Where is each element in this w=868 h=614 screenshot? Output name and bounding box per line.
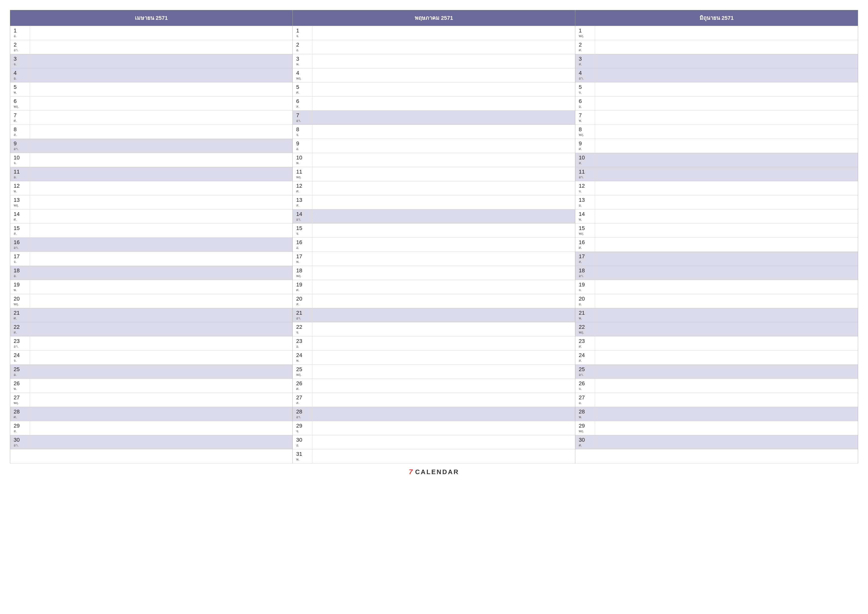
day-content-april-2 (30, 40, 293, 54)
day-number-col-april-18: 18อ. (10, 266, 30, 280)
day-number-april-2: 2 (14, 42, 17, 48)
day-abbr-april-4: อ. (14, 76, 17, 81)
day-number-june-6: 6 (579, 98, 582, 104)
day-content-june-16 (595, 238, 858, 252)
day-number-col-may-13: 13ส. (293, 195, 313, 209)
day-row-june-11: 11อา. (575, 167, 858, 181)
day-number-col-may-3: 3พ. (293, 54, 313, 68)
day-number-col-may-1: 1จ. (293, 26, 313, 40)
day-content-june-5 (595, 82, 858, 96)
day-content-may-12 (313, 181, 575, 195)
day-abbr-june-10: ส. (579, 161, 582, 165)
day-abbr-may-31: พ. (296, 457, 299, 462)
day-row-april-20: 20พฤ. (10, 294, 293, 308)
day-content-june-14 (595, 210, 858, 223)
day-abbr-april-9: อา. (14, 147, 19, 151)
day-abbr-june-23: ศ. (579, 344, 582, 348)
day-number-april-18: 18 (14, 267, 20, 274)
day-number-col-june-13: 13อ. (575, 195, 595, 209)
day-row-june-10: 10ส. (575, 153, 858, 167)
day-number-col-may-21: 21อา. (293, 308, 313, 322)
day-number-col-june-2: 2ศ. (575, 40, 595, 54)
day-abbr-june-18: อา. (579, 274, 584, 278)
day-row-april-10: 10จ. (10, 153, 293, 167)
day-number-col-may-25: 25พฤ. (293, 365, 313, 379)
day-content-may-30 (313, 435, 575, 449)
month-header-june: มิถุนายน 2571 (575, 10, 858, 26)
day-abbr-may-15: จ. (296, 232, 299, 236)
day-abbr-april-15: ส. (14, 232, 17, 236)
day-number-col-april-1: 1อ. (10, 26, 30, 40)
day-number-june-30: 30 (579, 437, 585, 443)
day-content-april-30 (30, 435, 293, 449)
day-content-may-19 (313, 280, 575, 294)
day-content-april-5 (30, 82, 293, 96)
day-abbr-may-2: อ. (296, 48, 299, 52)
day-number-april-6: 6 (14, 98, 17, 104)
day-content-may-25 (313, 365, 575, 379)
day-abbr-june-20: อ. (579, 302, 582, 306)
day-number-may-14: 14 (296, 211, 302, 218)
day-number-col-may-30: 30อ. (293, 435, 313, 449)
day-number-may-25: 25 (296, 366, 302, 373)
day-abbr-april-27: พฤ. (14, 401, 19, 405)
day-number-april-14: 14 (14, 211, 20, 218)
day-number-may-17: 17 (296, 253, 302, 260)
day-content-june-2 (595, 40, 858, 54)
day-row-may-24: 24พ. (293, 351, 575, 365)
day-abbr-june-28: พ. (579, 415, 582, 419)
day-content-may-22 (313, 322, 575, 336)
day-abbr-june-8: พฤ. (579, 133, 584, 137)
day-number-june-25: 25 (579, 366, 585, 373)
day-number-april-30: 30 (14, 437, 20, 443)
day-abbr-april-14: ศ. (14, 218, 17, 222)
day-number-col-april-6: 6พฤ. (10, 96, 30, 110)
day-number-april-5: 5 (14, 84, 17, 90)
day-content-june-24 (595, 351, 858, 364)
day-number-col-april-14: 14ศ. (10, 210, 30, 223)
day-abbr-april-28: ศ. (14, 415, 17, 419)
day-row-june-3: 3ส. (575, 54, 858, 68)
day-content-june-8 (595, 125, 858, 138)
day-abbr-may-14: อา. (296, 218, 301, 222)
day-abbr-april-22: ส. (14, 330, 17, 334)
day-row-june-22: 22พฤ. (575, 322, 858, 336)
day-abbr-april-21: ศ. (14, 316, 17, 320)
day-number-col-may-5: 5ศ. (293, 82, 313, 96)
day-abbr-may-27: ส. (296, 401, 299, 405)
day-content-june-28 (595, 407, 858, 421)
day-number-june-7: 7 (579, 112, 582, 118)
day-row-april-21: 21ศ. (10, 308, 293, 322)
day-row-june-24: 24ส. (575, 351, 858, 365)
day-number-col-june-24: 24ส. (575, 351, 595, 364)
day-row-april-15: 15ส. (10, 224, 293, 238)
day-content-april-23 (30, 336, 293, 350)
day-content-june-19 (595, 280, 858, 294)
day-number-col-june-29: 29พฤ. (575, 421, 595, 435)
day-content-april-10 (30, 153, 293, 167)
day-content-april-3 (30, 54, 293, 68)
day-number-june-9: 9 (579, 140, 582, 147)
day-number-may-29: 29 (296, 423, 302, 429)
day-abbr-april-13: พฤ. (14, 203, 19, 207)
day-content-may-31 (313, 449, 575, 463)
day-content-april-7 (30, 111, 293, 124)
day-number-col-june-8: 8พฤ. (575, 125, 595, 138)
day-abbr-may-30: อ. (296, 443, 299, 448)
day-row-june-5: 5จ. (575, 82, 858, 96)
day-number-col-june-7: 7พ. (575, 111, 595, 124)
day-row-may-30: 30อ. (293, 435, 575, 449)
day-number-col-june-16: 16ศ. (575, 238, 595, 252)
day-content-may-21 (313, 308, 575, 322)
day-number-april-26: 26 (14, 380, 20, 387)
day-content-may-9 (313, 139, 575, 153)
day-abbr-april-7: ศ. (14, 118, 17, 123)
day-number-may-1: 1 (296, 28, 299, 34)
day-number-may-15: 15 (296, 225, 302, 232)
day-row-april-3: 3จ. (10, 54, 293, 68)
day-number-col-may-26: 26ศ. (293, 379, 313, 393)
day-row-april-13: 13พฤ. (10, 195, 293, 210)
day-abbr-june-1: พฤ. (579, 34, 584, 38)
day-row-april-9: 9อา. (10, 139, 293, 153)
day-abbr-june-3: ส. (579, 62, 582, 66)
